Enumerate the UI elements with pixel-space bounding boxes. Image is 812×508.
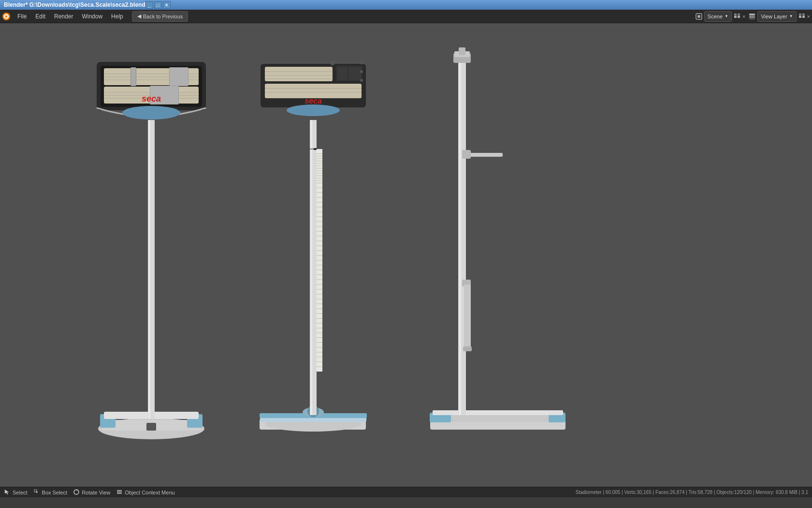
svg-rect-22 (146, 423, 156, 431)
svg-point-4 (697, 15, 700, 18)
svg-rect-106 (265, 67, 333, 81)
select-icon (4, 489, 11, 496)
svg-rect-111 (337, 67, 347, 80)
svg-rect-136 (464, 284, 471, 347)
layer-icon-group: View Layer ▼ × (748, 11, 810, 22)
menu-edit[interactable]: Edit (31, 11, 49, 22)
svg-rect-34 (170, 68, 188, 86)
svg-rect-6 (738, 15, 740, 18)
svg-rect-134 (462, 150, 471, 159)
svg-rect-15 (802, 14, 805, 15)
title-text: Blender* G:\Downloads\tcg\Seca.Scale\sec… (4, 1, 145, 8)
svg-rect-141 (117, 492, 122, 493)
svg-rect-11 (749, 18, 755, 19)
select-label: Select (13, 490, 28, 495)
svg-point-113 (330, 60, 335, 65)
svg-rect-117 (265, 84, 362, 98)
scene-label: Scene (708, 14, 723, 19)
menu-help[interactable]: Help (107, 11, 127, 22)
layer-dropdown-icon: ▼ (789, 14, 793, 18)
scene-icon-group: Scene ▼ × (695, 11, 746, 22)
svg-rect-10 (749, 16, 755, 18)
box-select-label: Box Select (42, 490, 68, 495)
close-button[interactable]: × (163, 1, 171, 9)
viewport-scene: seca (0, 23, 812, 478)
blender-logo (2, 12, 11, 21)
svg-point-114 (360, 61, 363, 64)
layer-selector[interactable]: View Layer ▼ (757, 11, 796, 22)
scene-selector[interactable]: Scene ▼ (704, 11, 732, 22)
svg-rect-13 (802, 15, 805, 18)
layer-action-icon[interactable] (798, 13, 806, 20)
svg-rect-126 (433, 410, 563, 415)
svg-rect-131 (459, 47, 465, 55)
stats-display: Stadiometer | 60.005 | Verts:30,165 | Fa… (576, 490, 808, 495)
svg-rect-12 (799, 15, 801, 18)
window-controls: _ □ × (145, 1, 171, 9)
svg-point-116 (360, 79, 363, 82)
svg-rect-50 (310, 120, 312, 415)
svg-rect-123 (431, 414, 565, 422)
layer-close-icon[interactable]: × (807, 14, 810, 19)
svg-point-121 (287, 105, 340, 116)
menu-right-section: Scene ▼ × View Layer ▼ (695, 11, 810, 22)
svg-point-2 (5, 15, 8, 17)
svg-rect-142 (117, 493, 122, 494)
scene-dropdown-icon: ▼ (725, 14, 728, 18)
svg-point-115 (360, 70, 363, 73)
layer-label: View Layer (761, 14, 787, 19)
svg-text:seca: seca (142, 94, 161, 104)
rotate-view-icon (73, 489, 80, 496)
svg-rect-140 (117, 490, 122, 491)
status-bar: Select Box Select Rotate View (0, 487, 812, 497)
svg-rect-137 (463, 346, 472, 351)
svg-text:seca: seca (304, 97, 322, 105)
svg-rect-128 (459, 57, 461, 415)
object-context-tool[interactable]: Object Context Menu (116, 489, 174, 496)
menu-window[interactable]: Window (78, 11, 106, 22)
scene-close-icon[interactable]: × (742, 14, 745, 19)
object-context-label: Object Context Menu (125, 490, 174, 495)
box-select-tool[interactable]: Box Select (33, 489, 68, 496)
viewport[interactable]: ◀ ▲ (0, 23, 812, 497)
scene-action-icon[interactable] (733, 13, 741, 20)
svg-rect-9 (749, 14, 755, 15)
svg-rect-7 (734, 14, 737, 15)
svg-rect-103 (314, 148, 317, 150)
svg-rect-112 (348, 67, 361, 80)
svg-rect-5 (734, 15, 737, 18)
back-to-previous-button[interactable]: ◀ Back to Previous (132, 11, 188, 22)
scene-icon (695, 13, 703, 20)
back-arrow-icon: ◀ (137, 13, 141, 19)
box-select-icon (33, 489, 40, 496)
title-bar: Blender* G:\Downloads\tcg\Seca.Scale\sec… (0, 0, 812, 10)
object-context-icon (116, 489, 123, 496)
svg-rect-24 (148, 120, 150, 419)
rotate-view-tool[interactable]: Rotate View (73, 489, 110, 496)
rotate-view-label: Rotate View (82, 490, 110, 495)
svg-rect-32 (131, 68, 136, 86)
menu-render[interactable]: Render (50, 11, 77, 22)
svg-rect-8 (738, 14, 740, 15)
maximize-button[interactable]: □ (154, 1, 162, 9)
svg-point-41 (122, 106, 180, 120)
menu-file[interactable]: File (14, 11, 30, 22)
back-button-label: Back to Previous (143, 14, 183, 19)
stats-text: Stadiometer | 60.005 | Verts:30,165 | Fa… (576, 490, 808, 495)
menu-bar: File Edit Render Window Help ◀ Back to P… (0, 10, 812, 23)
minimize-button[interactable]: _ (145, 1, 153, 9)
select-tool[interactable]: Select (4, 489, 28, 496)
svg-rect-14 (799, 14, 801, 15)
layer-icon (748, 13, 756, 20)
